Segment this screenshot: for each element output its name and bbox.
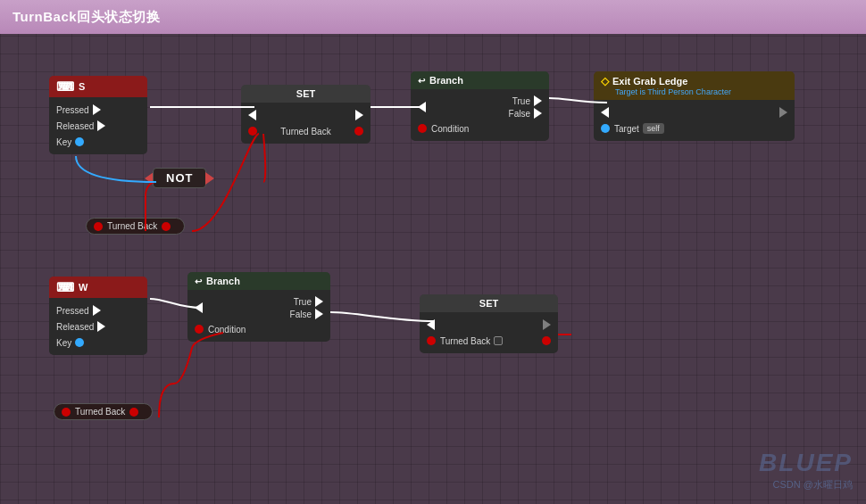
node-w-header: ⌨ W [49, 277, 147, 298]
turned-back-top-out-pin [162, 222, 171, 231]
set-top-bool-out [354, 127, 363, 136]
node-set-top[interactable]: SET Turned Back [241, 85, 371, 144]
node-w-pressed: Pressed [49, 302, 147, 318]
node-w-body: Pressed Released Key [49, 298, 147, 355]
key-pin [75, 137, 84, 146]
branch-bot-true-pin [315, 296, 323, 307]
node-s-body: Pressed Released Key [49, 97, 147, 154]
node-w[interactable]: ⌨ W Pressed Released Key [49, 277, 147, 355]
node-exit-body: Target self [594, 100, 795, 141]
branch-bot-false-pin [315, 309, 323, 319]
set-bot-exec-out [543, 319, 551, 330]
released-exec-pin [97, 120, 105, 131]
node-set-bot[interactable]: SET Turned Back [420, 294, 558, 353]
set-bot-exec-in [427, 319, 435, 330]
node-w-released: Released [49, 318, 147, 335]
exit-exec-in [601, 107, 609, 118]
node-exit-grab[interactable]: ◇ Exit Grab Ledge Target is Third Person… [594, 71, 795, 141]
branch-top-cond-row: Condition [411, 120, 549, 136]
node-s-header: ⌨ S [49, 76, 147, 97]
w-key-pin [75, 338, 84, 347]
set-top-exec-in [248, 110, 256, 120]
title-text: TurnBack回头状态切换 [12, 9, 160, 26]
blueprint-canvas: TurnBack回头状态切换 ⌨ S [0, 0, 866, 504]
turned-back-top-pin [94, 222, 103, 231]
node-set-bot-header: SET [420, 294, 558, 312]
node-set-bot-var: Turned Back [420, 333, 558, 349]
node-branch-bot-body: True False Condition [187, 290, 330, 342]
pressed-exec-pin [93, 104, 101, 115]
set-top-exec-out [355, 110, 363, 120]
node-branch-top[interactable]: ↩ Branch True False Condi [411, 71, 549, 141]
node-set-bot-exec [420, 317, 558, 333]
node-w-key: Key [49, 335, 147, 351]
exit-exec-out [779, 107, 787, 118]
node-set-top-var: Turned Back [241, 123, 371, 139]
node-branch-top-header: ↩ Branch [411, 71, 549, 89]
exit-target-row: Target self [594, 120, 795, 136]
not-out-pin [205, 172, 214, 185]
set-bot-bool-out [542, 336, 551, 345]
node-set-bot-body: Turned Back [420, 312, 558, 353]
exit-exec-row [594, 104, 795, 120]
branch-bot-exec-row: True False [187, 294, 330, 321]
node-s-released: Released [49, 118, 147, 134]
turned-back-bot-pin [62, 408, 71, 417]
var-pill-turned-back-top[interactable]: Turned Back [86, 218, 185, 235]
node-s[interactable]: ⌨ S Pressed Released Key [49, 76, 147, 154]
branch-top-cond-pin [418, 124, 427, 133]
branch-bot-cond-row: Condition [187, 321, 330, 337]
node-s-pressed: Pressed [49, 102, 147, 118]
node-set-top-exec [241, 107, 371, 123]
branch-bot-cond-pin [195, 325, 204, 334]
node-branch-top-body: True False Condition [411, 89, 549, 141]
node-s-key: Key [49, 134, 147, 150]
node-not[interactable]: NOT [145, 168, 214, 188]
branch-top-true-pin [534, 95, 542, 106]
var-pill-turned-back-bot[interactable]: Turned Back [54, 403, 153, 420]
branch-top-false-pin [534, 108, 542, 119]
set-top-bool-in [248, 127, 257, 136]
turned-back-bot-out-pin [129, 408, 138, 417]
branch-top-exec-row: True False [411, 94, 549, 120]
watermark: BLUEP [759, 449, 853, 477]
branch-bot-exec-in [195, 302, 203, 313]
w-pressed-pin [93, 305, 101, 316]
title-bar: TurnBack回头状态切换 [0, 0, 866, 34]
exit-target-pin [601, 124, 610, 133]
w-released-pin [97, 321, 105, 332]
set-bot-bool-in [427, 336, 436, 345]
node-branch-bot-header: ↩ Branch [187, 272, 330, 290]
node-exit-header: ◇ Exit Grab Ledge Target is Third Person… [594, 71, 795, 100]
node-set-top-body: Turned Back [241, 103, 371, 144]
not-label: NOT [153, 168, 206, 188]
watermark-sub: CSDN @水曜日鸡 [773, 478, 853, 492]
set-bot-checkbox [494, 336, 503, 345]
node-branch-bot[interactable]: ↩ Branch True False Condi [187, 272, 330, 342]
node-set-top-header: SET [241, 85, 371, 103]
branch-top-exec-in [418, 102, 426, 112]
